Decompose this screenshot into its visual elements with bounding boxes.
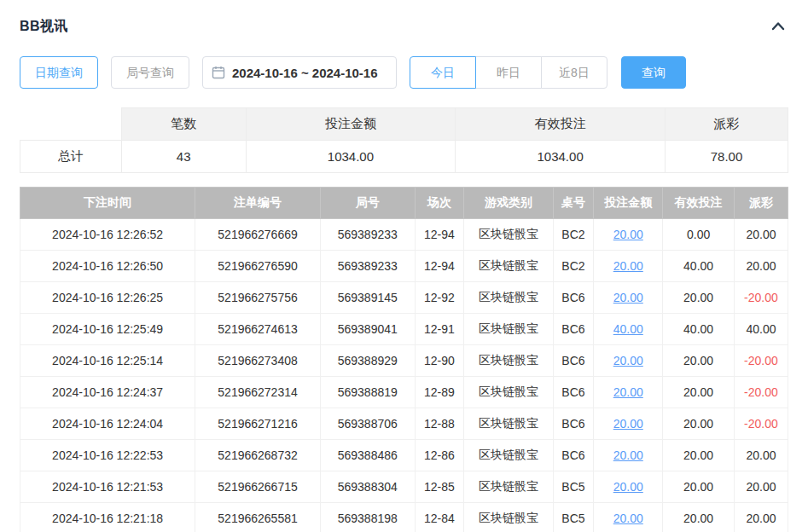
cell-game: 区块链骰宝 [464, 282, 553, 314]
table-row: 2024-10-16 12:21:18521966265581569388198… [20, 503, 788, 532]
cell-bet: 20.00 [594, 251, 663, 282]
header-bet-amount: 投注金额 [594, 188, 663, 219]
cell-valid: 40.00 [663, 251, 735, 282]
today-button[interactable]: 今日 [410, 56, 476, 89]
cell-payout: -20.00 [734, 377, 788, 408]
date-query-tab[interactable]: 日期查询 [20, 56, 98, 89]
summary-header-payout: 派彩 [665, 108, 788, 141]
cell-valid: 20.00 [663, 503, 735, 532]
cell-session: 12-91 [415, 314, 464, 345]
bet-amount-link[interactable]: 20.00 [613, 291, 643, 304]
cell-game: 区块链骰宝 [464, 219, 553, 251]
cell-valid: 20.00 [663, 377, 735, 408]
bet-amount-link[interactable]: 40.00 [613, 322, 643, 336]
summary-total-payout: 78.00 [665, 141, 788, 173]
cell-order-id: 521966266715 [195, 471, 321, 503]
bet-amount-link[interactable]: 20.00 [613, 480, 643, 494]
cell-valid: 20.00 [663, 440, 735, 471]
summary-total-valid-bet: 1034.00 [456, 141, 666, 173]
cell-session: 12-94 [415, 219, 464, 251]
search-button[interactable]: 查询 [621, 56, 686, 89]
cell-time: 2024-10-16 12:26:50 [20, 251, 195, 282]
cell-bet: 20.00 [594, 345, 663, 377]
collapse-toggle[interactable] [768, 17, 788, 37]
round-query-tab[interactable]: 局号查询 [111, 56, 189, 89]
header-game-type: 游戏类别 [464, 188, 553, 219]
cell-bet: 20.00 [594, 219, 663, 251]
cell-order-id: 521966272314 [195, 377, 321, 408]
cell-table-no: BC6 [553, 314, 594, 345]
cell-valid: 20.00 [663, 471, 735, 503]
cell-payout: -20.00 [734, 408, 788, 440]
cell-bet: 20.00 [594, 377, 663, 408]
cell-table-no: BC5 [553, 503, 594, 532]
table-row: 2024-10-16 12:26:52521966276669569389233… [20, 219, 788, 251]
summary-total-row: 总计 43 1034.00 1034.00 78.00 [20, 141, 788, 173]
cell-time: 2024-10-16 12:26:25 [20, 282, 195, 314]
cell-game: 区块链骰宝 [464, 471, 553, 503]
table-row: 2024-10-16 12:25:14521966273408569388929… [20, 345, 788, 377]
cell-order-id: 521966274613 [195, 314, 321, 345]
summary-total-bet-amount: 1034.00 [246, 141, 456, 173]
panel-header: BB视讯 [20, 12, 788, 41]
bet-amount-link[interactable]: 20.00 [613, 448, 643, 462]
cell-round-id: 569388304 [320, 471, 415, 503]
table-row: 2024-10-16 12:22:53521966268732569388486… [20, 440, 788, 471]
summary-total-label: 总计 [20, 141, 122, 173]
cell-order-id: 521966275756 [195, 282, 321, 314]
summary-table: 笔数 投注金额 有效投注 派彩 总计 43 1034.00 1034.00 78… [20, 107, 788, 173]
bet-amount-link[interactable]: 20.00 [613, 385, 643, 399]
cell-order-id: 521966273408 [195, 345, 321, 377]
cell-bet: 20.00 [594, 440, 663, 471]
cell-game: 区块链骰宝 [464, 408, 553, 440]
last-8-days-button[interactable]: 近8日 [541, 56, 607, 89]
cell-table-no: BC5 [553, 471, 594, 503]
cell-table-no: BC6 [553, 408, 594, 440]
summary-header-valid-bet: 有效投注 [456, 108, 666, 141]
header-round-id: 局号 [320, 188, 415, 219]
cell-table-no: BC6 [553, 345, 594, 377]
bet-amount-link[interactable]: 20.00 [613, 228, 643, 241]
cell-payout: -20.00 [734, 345, 788, 377]
cell-session: 12-88 [415, 408, 464, 440]
bet-records-table: 下注时间 注单编号 局号 场次 游戏类别 桌号 投注金额 有效投注 派彩 202… [20, 187, 788, 532]
bet-amount-link[interactable]: 20.00 [613, 512, 643, 525]
bet-table-body: 2024-10-16 12:26:52521966276669569389233… [20, 219, 788, 532]
cell-time: 2024-10-16 12:24:04 [20, 408, 195, 440]
summary-total-count: 43 [121, 141, 246, 173]
date-range-input[interactable]: 2024-10-16 ~ 2024-10-16 [202, 56, 397, 89]
bb-video-panel: BB视讯 日期查询 局号查询 2024-10-16 ~ 2024-10-16 今… [0, 0, 808, 532]
cell-payout: 20.00 [734, 251, 788, 282]
cell-round-id: 569388929 [320, 345, 415, 377]
cell-time: 2024-10-16 12:25:49 [20, 314, 195, 345]
cell-game: 区块链骰宝 [464, 251, 553, 282]
page-title: BB视讯 [20, 18, 68, 36]
cell-bet: 20.00 [594, 282, 663, 314]
cell-payout: 40.00 [734, 314, 788, 345]
cell-valid: 20.00 [663, 282, 735, 314]
calendar-icon [212, 66, 225, 79]
cell-game: 区块链骰宝 [464, 314, 553, 345]
cell-session: 12-84 [415, 503, 464, 532]
cell-time: 2024-10-16 12:25:14 [20, 345, 195, 377]
cell-bet: 20.00 [594, 503, 663, 532]
cell-round-id: 569388706 [320, 408, 415, 440]
cell-time: 2024-10-16 12:21:18 [20, 503, 195, 532]
cell-order-id: 521966276669 [195, 219, 321, 251]
table-row: 2024-10-16 12:24:37521966272314569388819… [20, 377, 788, 408]
bet-amount-link[interactable]: 20.00 [613, 417, 643, 431]
cell-table-no: BC6 [553, 282, 594, 314]
table-row: 2024-10-16 12:26:50521966276590569389233… [20, 251, 788, 282]
cell-valid: 20.00 [663, 408, 735, 440]
cell-game: 区块链骰宝 [464, 345, 553, 377]
cell-round-id: 569388486 [320, 440, 415, 471]
cell-session: 12-94 [415, 251, 464, 282]
cell-table-no: BC6 [553, 440, 594, 471]
header-order-id: 注单编号 [195, 188, 321, 219]
bet-amount-link[interactable]: 20.00 [613, 354, 643, 367]
yesterday-button[interactable]: 昨日 [475, 56, 542, 89]
cell-time: 2024-10-16 12:22:53 [20, 440, 195, 471]
cell-round-id: 569388198 [320, 503, 415, 532]
bet-amount-link[interactable]: 20.00 [613, 259, 643, 273]
cell-valid: 40.00 [663, 314, 735, 345]
